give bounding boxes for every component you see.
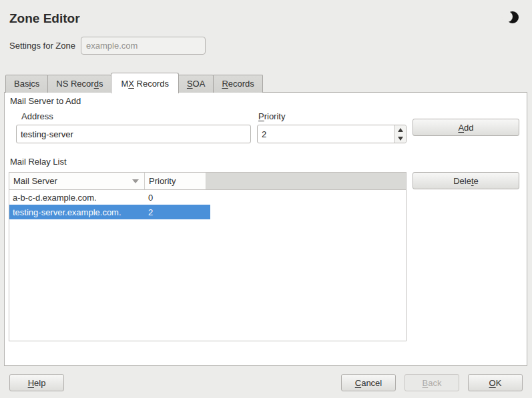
zone-name-field[interactable] bbox=[81, 37, 206, 55]
table-row[interactable]: testing-server.example.com. 2 bbox=[9, 205, 210, 219]
priority-spin-buttons bbox=[394, 125, 406, 143]
spin-up-button[interactable] bbox=[394, 125, 406, 134]
mail-server-to-add-label: Mail Server to Add bbox=[10, 96, 527, 106]
priority-input[interactable] bbox=[258, 125, 394, 143]
triangle-up-icon bbox=[398, 128, 403, 132]
column-header-mail-server[interactable]: Mail Server bbox=[9, 173, 145, 189]
priority-label: Priority bbox=[258, 111, 407, 121]
address-label: Address bbox=[21, 111, 251, 121]
ok-button[interactable]: OK bbox=[468, 374, 523, 391]
add-fields-row: Address Priority Add bbox=[5, 111, 527, 143]
moon-icon bbox=[507, 11, 519, 23]
tab-mx-records[interactable]: MX Records bbox=[111, 73, 179, 93]
page-title: Zone Editor bbox=[9, 11, 80, 26]
tab-soa[interactable]: SOA bbox=[178, 75, 214, 93]
zone-settings-row: Settings for Zone bbox=[9, 37, 206, 55]
mx-records-panel: Mail Server to Add Address Priority Add bbox=[4, 92, 527, 366]
table-header: Mail Server Priority bbox=[9, 173, 406, 190]
delete-button[interactable]: Delete bbox=[413, 172, 519, 189]
back-button[interactable]: Back bbox=[405, 374, 459, 391]
tab-ns-records[interactable]: NS Records bbox=[47, 75, 111, 93]
mail-relay-table: Mail Server Priority a-b-c-d.example.com… bbox=[9, 172, 407, 341]
zone-settings-label: Settings for Zone bbox=[9, 41, 75, 51]
spin-down-button[interactable] bbox=[394, 134, 406, 143]
mail-relay-list-label: Mail Relay List bbox=[10, 157, 527, 167]
table-body: a-b-c-d.example.com. 0 testing-server.ex… bbox=[9, 190, 406, 341]
dialog-footer: Help Cancel Back OK bbox=[0, 374, 532, 391]
add-button[interactable]: Add bbox=[413, 119, 519, 136]
help-button[interactable]: Help bbox=[9, 374, 64, 391]
triangle-down-icon bbox=[398, 137, 403, 141]
cancel-button[interactable]: Cancel bbox=[341, 374, 396, 391]
tab-basics[interactable]: Basics bbox=[5, 75, 48, 93]
theme-toggle-icon: ☀ bbox=[501, 11, 519, 25]
address-field-group: Address bbox=[16, 111, 251, 143]
priority-spinbox bbox=[257, 125, 407, 143]
tab-bar: Basics NS Records MX Records SOA Records bbox=[5, 73, 262, 93]
address-input[interactable] bbox=[16, 125, 251, 143]
sort-descending-icon bbox=[132, 179, 139, 183]
column-header-priority[interactable]: Priority bbox=[145, 173, 206, 189]
tab-records[interactable]: Records bbox=[213, 75, 262, 93]
priority-field-group: Priority bbox=[257, 111, 407, 143]
zone-editor-dialog: Zone Editor ☀ Settings for Zone Basics N… bbox=[0, 0, 532, 398]
table-row[interactable]: a-b-c-d.example.com. 0 bbox=[9, 190, 406, 205]
